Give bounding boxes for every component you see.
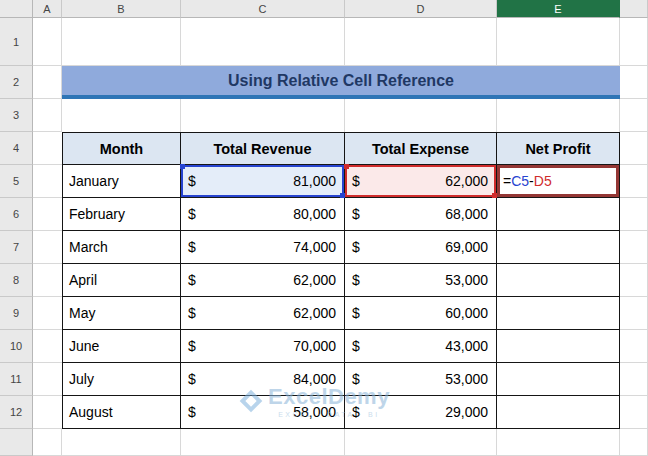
cell-profit-empty[interactable] xyxy=(497,396,620,429)
cell-revenue[interactable]: $ 62,000 xyxy=(181,264,345,297)
header-net-profit[interactable]: Net Profit xyxy=(497,132,620,165)
column-header-C[interactable]: C xyxy=(181,0,345,18)
empty-cell[interactable] xyxy=(33,165,62,198)
cell-profit-empty[interactable] xyxy=(497,330,620,363)
empty-cell[interactable] xyxy=(181,18,345,66)
empty-cell[interactable] xyxy=(33,66,62,99)
empty-cell[interactable] xyxy=(620,99,648,132)
cell-profit-empty[interactable] xyxy=(497,363,620,396)
cell-revenue[interactable]: $ 74,000 xyxy=(181,231,345,264)
empty-cell[interactable] xyxy=(620,297,648,330)
cell-profit-empty[interactable] xyxy=(497,198,620,231)
empty-cell[interactable] xyxy=(33,264,62,297)
empty-cell[interactable] xyxy=(620,429,648,456)
cell-expense[interactable]: $ 69,000 xyxy=(345,231,497,264)
empty-cell[interactable] xyxy=(33,132,62,165)
row-header-6[interactable]: 6 xyxy=(0,198,33,231)
row-header-2[interactable]: 2 xyxy=(0,66,33,99)
empty-cell[interactable] xyxy=(33,330,62,363)
header-total-expense[interactable]: Total Expense xyxy=(345,132,497,165)
header-total-revenue[interactable]: Total Revenue xyxy=(181,132,345,165)
empty-cell[interactable] xyxy=(620,198,648,231)
cell-revenue-C5-referenced[interactable]: $ 81,000 xyxy=(181,165,345,198)
row-header-4[interactable]: 4 xyxy=(0,132,33,165)
empty-cell[interactable] xyxy=(181,429,345,456)
row-header-11[interactable]: 11 xyxy=(0,363,33,396)
cell-profit-empty[interactable] xyxy=(497,231,620,264)
row-header-9[interactable]: 9 xyxy=(0,297,33,330)
cell-month[interactable]: June xyxy=(62,330,181,363)
cell-month[interactable]: January xyxy=(62,165,181,198)
empty-cell[interactable] xyxy=(620,18,648,66)
column-header-E-selected[interactable]: E xyxy=(497,0,620,18)
empty-cell[interactable] xyxy=(620,132,648,165)
cell-expense[interactable]: $ 68,000 xyxy=(345,198,497,231)
empty-cell[interactable] xyxy=(33,396,62,429)
cell-profit-empty[interactable] xyxy=(497,264,620,297)
empty-cell[interactable] xyxy=(620,231,648,264)
row-header-7[interactable]: 7 xyxy=(0,231,33,264)
empty-cell[interactable] xyxy=(620,330,648,363)
sheet-row-6: 6 February $ 80,000 $ 68,000 xyxy=(0,198,648,231)
cell-month[interactable]: July xyxy=(62,363,181,396)
empty-cell[interactable] xyxy=(620,66,648,99)
cell-E5-active-formula[interactable]: = C5 - D5 xyxy=(497,165,620,198)
cell-month[interactable]: August xyxy=(62,396,181,429)
cell-revenue[interactable]: $ 58,000 xyxy=(181,396,345,429)
amount: 43,000 xyxy=(445,338,488,354)
sheet-row-5: 5 January $ 81,000 $ 62,000 = C5 - D5 xyxy=(0,165,648,198)
cell-month[interactable]: May xyxy=(62,297,181,330)
cell-month[interactable]: April xyxy=(62,264,181,297)
empty-cell[interactable] xyxy=(620,165,648,198)
row-header-8[interactable]: 8 xyxy=(0,264,33,297)
empty-cell[interactable] xyxy=(345,99,497,132)
row-header-3[interactable]: 3 xyxy=(0,99,33,132)
empty-cell[interactable] xyxy=(497,99,620,132)
cell-revenue[interactable]: $ 62,000 xyxy=(181,297,345,330)
cell-expense[interactable]: $ 43,000 xyxy=(345,330,497,363)
empty-cell[interactable] xyxy=(33,198,62,231)
empty-cell[interactable] xyxy=(62,18,181,66)
sheet-row-10: 10 June $ 70,000 $ 43,000 xyxy=(0,330,648,363)
amount: 60,000 xyxy=(445,305,488,321)
row-header-5[interactable]: 5 xyxy=(0,165,33,198)
empty-cell[interactable] xyxy=(33,99,62,132)
empty-cell[interactable] xyxy=(33,18,62,66)
amount: 58,000 xyxy=(293,404,336,420)
row-header-10[interactable]: 10 xyxy=(0,330,33,363)
cell-revenue[interactable]: $ 80,000 xyxy=(181,198,345,231)
empty-cell[interactable] xyxy=(620,264,648,297)
cell-month[interactable]: March xyxy=(62,231,181,264)
empty-cell[interactable] xyxy=(497,429,620,456)
empty-cell[interactable] xyxy=(33,363,62,396)
currency-symbol: $ xyxy=(188,371,196,387)
cell-revenue[interactable]: $ 70,000 xyxy=(181,330,345,363)
empty-cell[interactable] xyxy=(345,18,497,66)
column-header-D[interactable]: D xyxy=(345,0,497,18)
column-header-B[interactable]: B xyxy=(62,0,181,18)
empty-cell[interactable] xyxy=(620,396,648,429)
cell-month[interactable]: February xyxy=(62,198,181,231)
cell-revenue[interactable]: $ 84,000 xyxy=(181,363,345,396)
empty-cell[interactable] xyxy=(62,429,181,456)
cell-expense[interactable]: $ 53,000 xyxy=(345,264,497,297)
cell-expense[interactable]: $ 53,000 xyxy=(345,363,497,396)
empty-cell[interactable] xyxy=(620,363,648,396)
row-header-1[interactable]: 1 xyxy=(0,18,33,66)
currency-symbol: $ xyxy=(352,173,360,189)
cell-expense[interactable]: $ 29,000 xyxy=(345,396,497,429)
header-month[interactable]: Month xyxy=(62,132,181,165)
empty-cell[interactable] xyxy=(497,18,620,66)
row-header-12[interactable]: 12 xyxy=(0,396,33,429)
empty-cell[interactable] xyxy=(181,99,345,132)
cell-profit-empty[interactable] xyxy=(497,297,620,330)
empty-cell[interactable] xyxy=(33,297,62,330)
empty-cell[interactable] xyxy=(345,429,497,456)
empty-cell[interactable] xyxy=(62,99,181,132)
select-all-corner[interactable] xyxy=(0,0,33,18)
cell-expense-D5-referenced[interactable]: $ 62,000 xyxy=(345,165,497,198)
column-header-A[interactable]: A xyxy=(33,0,62,18)
empty-cell[interactable] xyxy=(33,429,62,456)
cell-expense[interactable]: $ 60,000 xyxy=(345,297,497,330)
empty-cell[interactable] xyxy=(33,231,62,264)
